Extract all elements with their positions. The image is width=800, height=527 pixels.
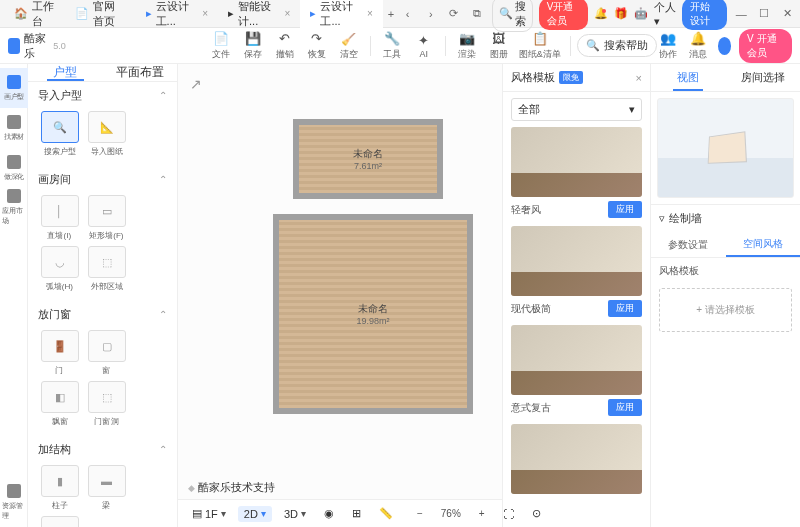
close-panel-icon[interactable]: ×: [636, 72, 642, 84]
cell-door[interactable]: 🚪门: [37, 330, 82, 377]
resources-icon: [7, 484, 21, 498]
gift-icon[interactable]: 🎁: [614, 7, 628, 20]
cell-column[interactable]: ▮柱子: [37, 465, 82, 512]
grid-button[interactable]: ⊞: [346, 505, 367, 522]
save-button[interactable]: 💾保存: [238, 30, 268, 62]
zoom-out-button[interactable]: −: [411, 506, 429, 521]
redo-button[interactable]: ↷恢复: [302, 30, 332, 62]
gallery-button[interactable]: 🖼图册: [484, 30, 514, 62]
apply-button[interactable]: 应用: [608, 300, 642, 317]
mode-3d-button[interactable]: 3D ▾: [278, 506, 312, 522]
zoom-value: 76%: [435, 506, 467, 521]
ai-button[interactable]: ✦AI: [409, 30, 439, 62]
bell-icon: 🔔: [690, 31, 706, 47]
add-tab-button[interactable]: +: [383, 4, 399, 24]
cell-arc-wall[interactable]: ◡弧墙(H): [37, 246, 82, 293]
tab-smart[interactable]: ▸智能设计...×: [218, 0, 300, 33]
cell-exterior[interactable]: ⬚外部区域: [84, 246, 129, 293]
rail-resources[interactable]: 资源管理: [0, 483, 28, 523]
section-import[interactable]: 导入户型⌃: [28, 82, 177, 109]
clear-button[interactable]: 🧹清空: [334, 30, 364, 62]
style-preview: [511, 127, 642, 197]
msg-button[interactable]: 🔔消息: [687, 30, 709, 62]
minimize-icon[interactable]: —: [733, 2, 750, 26]
rail-market[interactable]: 应用市场: [0, 188, 28, 228]
cell-search-plan[interactable]: 🔍搜索户型: [37, 111, 82, 158]
style-item-luxury[interactable]: 轻奢风应用: [511, 127, 642, 218]
section-draw-room[interactable]: 画房间⌃: [28, 166, 177, 193]
cell-bay-window[interactable]: ◧飘窗: [37, 381, 82, 428]
render-button[interactable]: 📷渲染: [452, 30, 482, 62]
cell-window[interactable]: ▢窗: [84, 330, 129, 377]
cell-opening[interactable]: ⬚门窗洞: [84, 381, 129, 428]
cell-flue[interactable]: ▯烟道: [37, 516, 82, 527]
preview-3d[interactable]: [657, 98, 794, 198]
refresh-icon[interactable]: ⟳: [445, 2, 462, 26]
coop-button[interactable]: 👥协作: [657, 30, 679, 62]
apply-button[interactable]: 应用: [608, 399, 642, 416]
layers-button[interactable]: ▤1F ▾: [186, 505, 232, 522]
style-item-extra[interactable]: [511, 424, 642, 494]
member-button[interactable]: V 开通会员: [739, 29, 792, 63]
maximize-icon[interactable]: ☐: [756, 2, 773, 26]
tab-floorplan[interactable]: 户型: [28, 64, 103, 81]
rail-detail[interactable]: 做深化: [0, 148, 28, 188]
tab-workspace[interactable]: 🏠工作台: [4, 0, 65, 33]
style-preview: [511, 325, 642, 395]
assistant-icon[interactable]: 🤖: [634, 7, 648, 20]
start-design-button[interactable]: 开始设计: [682, 0, 727, 30]
style-item-modern[interactable]: 现代极简应用: [511, 226, 642, 317]
tab-homepage[interactable]: 📄官网首页: [65, 0, 135, 33]
brand-logo: 酷家乐5.0: [8, 31, 66, 61]
vip-badge[interactable]: V开通会员: [539, 0, 588, 30]
cell-import-cad[interactable]: 📐导入图纸: [84, 111, 129, 158]
tab-cloud1[interactable]: ▸云设计工...×: [136, 0, 218, 33]
notification-icon[interactable]: 🔔: [594, 7, 608, 20]
copy-icon[interactable]: ⧉: [468, 2, 485, 26]
close-icon[interactable]: ×: [202, 8, 208, 19]
tools-button[interactable]: 🔧工具: [377, 30, 407, 62]
fit-button[interactable]: ⛶: [497, 506, 520, 522]
mode-2d-button[interactable]: 2D ▾: [238, 506, 272, 522]
personal-menu[interactable]: 个人 ▾: [654, 0, 676, 28]
room-1[interactable]: 未命名 7.61m²: [293, 119, 443, 199]
tab-layout[interactable]: 平面布置: [103, 64, 178, 81]
undo-button[interactable]: ↶撤销: [270, 30, 300, 62]
people-icon: 👥: [660, 31, 676, 47]
category-dropdown[interactable]: 全部▾: [511, 98, 642, 121]
design-canvas[interactable]: ↗ 未命名 7.61m² 未命名 19.98m² ◆ 酷家乐技术支持 ▤1F ▾…: [178, 64, 502, 527]
choose-template-button[interactable]: + 请选择模板: [659, 288, 792, 332]
tab-view[interactable]: 视图: [651, 64, 726, 91]
display-button[interactable]: ◉: [318, 505, 340, 522]
file-button[interactable]: 📄文件: [206, 30, 236, 62]
help-search[interactable]: 🔍搜索帮助: [577, 34, 657, 57]
cell-rect-wall[interactable]: ▭矩形墙(F): [84, 195, 129, 242]
close-window-icon[interactable]: ✕: [779, 2, 796, 26]
assistant-avatar-icon[interactable]: [718, 37, 731, 55]
close-icon[interactable]: ×: [285, 8, 291, 19]
nav-back-icon[interactable]: ‹: [399, 2, 416, 26]
sub-tab-style[interactable]: 空间风格: [726, 232, 801, 257]
zoom-in-button[interactable]: +: [473, 506, 491, 521]
style-item-retro[interactable]: 意式复古应用: [511, 325, 642, 416]
canvas-bottom-bar: ▤1F ▾ 2D ▾ 3D ▾ ◉ ⊞ 📏 − 76% + ⛶ ⊙: [178, 499, 502, 527]
sub-tab-params[interactable]: 参数设置: [651, 232, 726, 257]
rail-floorplan[interactable]: 画户型: [0, 68, 28, 108]
template-label: 风格模板: [651, 258, 800, 284]
tab-cloud2[interactable]: ▸云设计工...×: [300, 0, 382, 33]
section-doors[interactable]: 放门窗⌃: [28, 301, 177, 328]
section-structure[interactable]: 加结构⌃: [28, 436, 177, 463]
cell-straight-wall[interactable]: │直墙(I): [37, 195, 82, 242]
ruler-button[interactable]: 📏: [373, 505, 399, 522]
tab-room-select[interactable]: 房间选择: [726, 64, 801, 91]
close-icon[interactable]: ×: [367, 8, 373, 19]
room-2[interactable]: 未命名 19.98m²: [273, 214, 473, 414]
drawings-button[interactable]: 📋图纸&清单: [516, 30, 564, 62]
logo-icon: [8, 38, 20, 54]
rail-materials[interactable]: 找素材: [0, 108, 28, 148]
target-button[interactable]: ⊙: [526, 505, 547, 522]
cell-beam[interactable]: ▬梁: [84, 465, 129, 512]
nav-fwd-icon[interactable]: ›: [422, 2, 439, 26]
apply-button[interactable]: 应用: [608, 201, 642, 218]
search-button[interactable]: 🔍搜索: [492, 0, 533, 32]
